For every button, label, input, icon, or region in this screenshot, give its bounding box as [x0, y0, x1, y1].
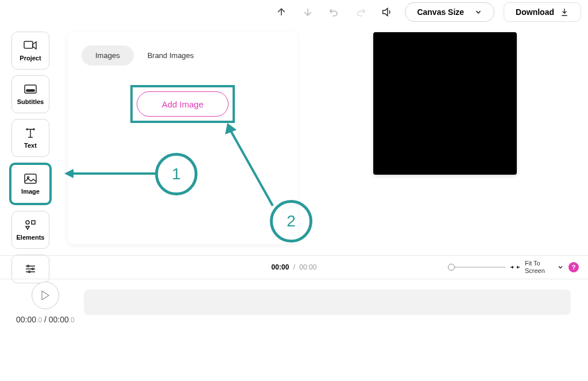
tab-images[interactable]: Images	[82, 45, 134, 66]
add-image-button[interactable]: Add Image	[137, 91, 229, 117]
sidebar-item-elements[interactable]: Elements	[11, 211, 49, 249]
timeline-header: 00:00 / 00:00 Fit To Screen ?	[0, 255, 588, 279]
move-up-icon[interactable]	[273, 3, 290, 21]
help-button[interactable]: ?	[568, 262, 579, 272]
play-controls: 00:00.0 / 00:00.0	[16, 282, 75, 324]
volume-icon[interactable]	[378, 3, 396, 21]
play-sep: /	[42, 315, 49, 324]
zoom-handle[interactable]	[448, 264, 455, 271]
add-image-highlight: Add Image	[130, 85, 235, 123]
svg-rect-5	[25, 174, 36, 183]
zoom-slider[interactable]	[448, 267, 505, 268]
fit-controls: Fit To Screen ?	[448, 260, 579, 275]
sidebar-item-label: Text	[24, 142, 37, 149]
fit-to-screen-label[interactable]: Fit To Screen	[525, 260, 552, 275]
download-label: Download	[516, 7, 554, 17]
time-current: 00:00	[272, 263, 289, 271]
undo-icon[interactable]	[326, 3, 343, 21]
svg-rect-1	[25, 85, 36, 93]
sidebar-item-subtitles[interactable]: Subtitles	[11, 75, 49, 113]
svg-rect-0	[24, 41, 33, 48]
sidebar-item-project[interactable]: Project	[11, 32, 49, 70]
time-separator: /	[293, 263, 295, 271]
timeline-track[interactable]	[84, 290, 571, 315]
chevron-down-icon[interactable]	[557, 264, 564, 271]
play-button[interactable]	[32, 282, 59, 309]
move-down-icon[interactable]	[299, 3, 316, 21]
play-time-display: 00:00.0 / 00:00.0	[16, 315, 75, 324]
sidebar-item-label: Project	[20, 55, 41, 61]
redo-icon[interactable]	[352, 3, 369, 21]
svg-point-7	[26, 221, 29, 224]
fit-collapse-icon[interactable]	[510, 263, 520, 271]
subtitles-icon	[24, 83, 37, 95]
image-panel: Images Brand Images Add Image	[68, 32, 297, 244]
canvas-size-label: Canvas Size	[417, 7, 464, 17]
svg-marker-16	[42, 291, 49, 300]
sidebar-item-image[interactable]: Image	[9, 163, 52, 205]
sidebar-item-label: Elements	[17, 234, 45, 241]
tab-brand-images[interactable]: Brand Images	[134, 45, 208, 66]
play-total: 00:00	[49, 315, 69, 324]
top-toolbar: Canvas Size Download	[273, 2, 581, 22]
svg-rect-2	[26, 90, 34, 91]
image-icon	[24, 173, 37, 184]
sidebar-item-label: Image	[21, 188, 40, 195]
sidebar-item-label: Subtitles	[17, 98, 44, 105]
download-button[interactable]: Download	[504, 2, 581, 22]
canvas-preview[interactable]	[373, 32, 517, 175]
play-current-dec: .0	[36, 316, 42, 324]
sidebar-item-text[interactable]: Text	[11, 119, 49, 157]
text-icon	[24, 127, 37, 138]
elements-icon	[24, 219, 37, 230]
left-sidebar: Project Subtitles Text Image Elements	[11, 32, 52, 283]
time-display: 00:00 / 00:00	[272, 263, 317, 271]
panel-tabs: Images Brand Images	[82, 45, 284, 66]
video-icon	[24, 40, 37, 51]
download-icon	[560, 7, 569, 17]
play-total-dec: .0	[69, 316, 75, 324]
time-total: 00:00	[299, 263, 316, 271]
svg-rect-8	[32, 221, 35, 224]
chevron-down-icon	[474, 8, 482, 16]
canvas-size-button[interactable]: Canvas Size	[405, 2, 494, 22]
play-icon	[41, 291, 49, 300]
play-current: 00:00	[16, 315, 36, 324]
